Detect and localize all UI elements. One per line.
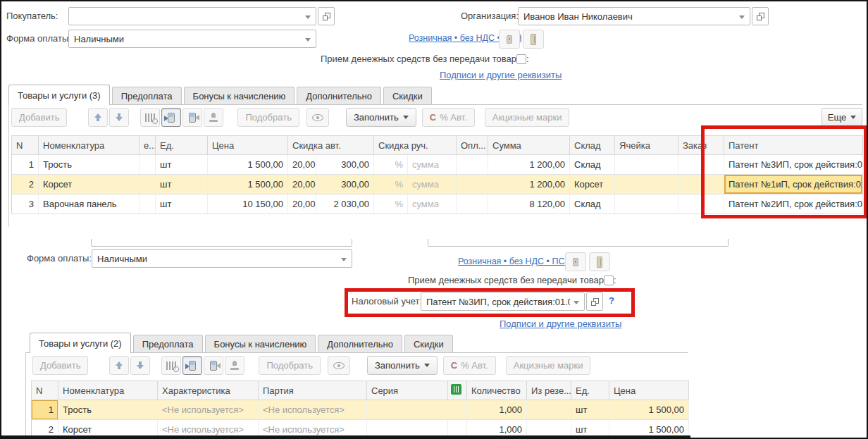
pick-button[interactable]: Подобрать bbox=[259, 356, 320, 375]
cell-discount-percent[interactable]: 20,00 bbox=[288, 155, 316, 175]
cell-manual-sum[interactable]: сумма bbox=[408, 194, 457, 214]
cell-discount-percent[interactable]: 20,00 bbox=[288, 194, 316, 214]
cell-discount-sum[interactable]: 300,00 bbox=[316, 175, 374, 194]
cell-cell[interactable] bbox=[615, 194, 678, 214]
cell-paid[interactable] bbox=[457, 155, 488, 175]
tab-additional[interactable]: Дополнительно bbox=[318, 335, 402, 353]
tab-discounts[interactable]: Скидки bbox=[383, 87, 432, 105]
cell-paid[interactable] bbox=[457, 175, 488, 194]
terminal-load-button[interactable] bbox=[161, 108, 181, 127]
chevron-down-icon[interactable] bbox=[341, 258, 347, 261]
recalc-auto-discount-button[interactable]: C % Авт. bbox=[422, 108, 475, 127]
cell-from-reserve[interactable] bbox=[527, 400, 571, 420]
add-button[interactable]: Добавить bbox=[11, 108, 67, 127]
view-button[interactable] bbox=[306, 108, 329, 127]
stamp-button[interactable] bbox=[204, 108, 223, 127]
cash-book-button[interactable] bbox=[589, 252, 610, 271]
cell-n[interactable]: 3 bbox=[12, 194, 39, 214]
cell-manual-sum[interactable]: сумма bbox=[408, 155, 457, 175]
cell-sum[interactable]: 1 200,00 bbox=[488, 155, 570, 175]
move-up-button[interactable] bbox=[88, 108, 108, 127]
cell-characteristic[interactable]: <Не используется> bbox=[158, 400, 259, 420]
tab-discounts[interactable]: Скидки bbox=[404, 335, 453, 353]
cash-without-goods-checkbox[interactable] bbox=[516, 54, 526, 64]
tax-accounting-field[interactable]: Патент №3ИП, срок действия:01.01.20 bbox=[421, 292, 585, 311]
help-icon[interactable]: ? bbox=[609, 295, 614, 306]
chevron-down-icon[interactable] bbox=[305, 38, 311, 42]
cell-batch[interactable]: <Не используется> bbox=[259, 400, 367, 420]
cell-truncated[interactable] bbox=[140, 175, 156, 194]
payment-card-button[interactable] bbox=[499, 30, 520, 49]
move-down-button[interactable] bbox=[130, 356, 150, 375]
cell-warehouse[interactable]: Склад bbox=[570, 155, 615, 175]
fill-button[interactable]: Заполнить bbox=[346, 108, 416, 127]
cell-n-current[interactable]: 1 bbox=[32, 400, 58, 420]
signatures-link[interactable]: Подписи и другие реквизиты bbox=[500, 319, 621, 329]
buyer-field[interactable] bbox=[68, 7, 316, 25]
tab-bonuses[interactable]: Бонусы к начислению bbox=[205, 335, 316, 353]
cell-order[interactable] bbox=[678, 155, 724, 175]
excise-marks-button[interactable]: Акцизные марки bbox=[506, 356, 591, 375]
more-button[interactable]: Еще bbox=[822, 108, 862, 127]
move-down-button[interactable] bbox=[109, 108, 129, 127]
cell-order[interactable] bbox=[678, 194, 724, 214]
organization-open-button[interactable] bbox=[752, 7, 769, 25]
tab-goods-services[interactable]: Товары и услуги (2) bbox=[30, 333, 131, 353]
tax-accounting-open-button[interactable] bbox=[586, 292, 603, 311]
cell-n[interactable]: 2 bbox=[12, 175, 39, 194]
cell-unit[interactable]: шт bbox=[156, 175, 208, 194]
cell-nomenclature[interactable]: Трость bbox=[39, 155, 140, 175]
cell-paid[interactable] bbox=[457, 194, 488, 214]
cell-truncated[interactable] bbox=[140, 194, 156, 214]
buyer-open-button[interactable] bbox=[318, 7, 335, 25]
chevron-down-icon[interactable] bbox=[305, 16, 311, 19]
cell-price[interactable]: 1 500,00 bbox=[609, 400, 689, 420]
stamp-button[interactable] bbox=[225, 356, 244, 375]
cell-patent-current[interactable]: Патент №1иП, срок действия:01.... bbox=[724, 175, 863, 194]
cell-sum[interactable]: 1 200,00 bbox=[488, 175, 570, 194]
cell-cell[interactable] bbox=[615, 175, 678, 194]
cell-n[interactable]: 1 bbox=[12, 155, 39, 175]
cell-unit[interactable]: шт bbox=[571, 400, 609, 420]
cash-without-goods-checkbox[interactable] bbox=[604, 276, 614, 285]
cell-unit[interactable]: шт bbox=[156, 155, 208, 175]
cell-manual-percent[interactable]: % bbox=[374, 175, 408, 194]
cell-marking[interactable] bbox=[448, 400, 467, 420]
cell-patent[interactable]: Патент №2ИП, срок действия:01... bbox=[724, 194, 863, 214]
taxation-link[interactable]: Розничная • без НДС • ПСН bbox=[458, 256, 571, 266]
excise-marks-button[interactable]: Акцизные марки bbox=[485, 108, 570, 127]
cell-warehouse[interactable]: Склад bbox=[570, 194, 615, 214]
cell-quantity[interactable]: 1,000 bbox=[467, 400, 527, 420]
chevron-down-icon[interactable] bbox=[574, 301, 579, 304]
cash-book-button[interactable] bbox=[523, 30, 544, 49]
view-button[interactable] bbox=[328, 356, 350, 375]
barcode-scan-button[interactable] bbox=[140, 108, 160, 127]
cell-manual-percent[interactable]: % bbox=[374, 155, 408, 175]
fill-button[interactable]: Заполнить bbox=[367, 356, 438, 375]
cell-discount-percent[interactable]: 20,00 bbox=[288, 175, 316, 194]
barcode-scan-button[interactable] bbox=[161, 356, 181, 375]
cell-warehouse[interactable]: Корсет bbox=[570, 175, 615, 194]
cell-cell[interactable] bbox=[615, 155, 678, 175]
cell-manual-sum[interactable]: сумма bbox=[408, 175, 457, 194]
signatures-link[interactable]: Подписи и другие реквизиты bbox=[440, 70, 562, 80]
cell-price[interactable]: 1 500,00 bbox=[208, 155, 288, 175]
cell-nomenclature[interactable]: Корсет bbox=[39, 175, 140, 194]
cell-unit[interactable]: шт bbox=[156, 194, 208, 214]
cell-price[interactable]: 10 150,00 bbox=[208, 194, 288, 214]
cell-nomenclature[interactable]: Трость bbox=[58, 400, 158, 420]
cell-discount-sum[interactable]: 300,00 bbox=[316, 155, 374, 175]
move-up-button[interactable] bbox=[109, 356, 129, 375]
terminal-load-button[interactable] bbox=[182, 356, 202, 375]
tab-bonuses[interactable]: Бонусы к начислению bbox=[184, 87, 295, 105]
cell-series[interactable] bbox=[367, 400, 448, 420]
cell-sum[interactable]: 8 120,00 bbox=[488, 194, 570, 214]
payment-form-field[interactable]: Наличными bbox=[92, 249, 352, 268]
recalc-auto-discount-button[interactable]: C % Авт. bbox=[443, 356, 496, 375]
organization-field[interactable]: Иванов Иван Николаевич bbox=[518, 7, 750, 25]
pick-button[interactable]: Подобрать bbox=[237, 108, 299, 127]
cell-nomenclature[interactable]: Варочная панель bbox=[39, 194, 140, 214]
cell-patent[interactable]: Патент №3ИП, срок действия:01... bbox=[724, 155, 863, 175]
cell-truncated[interactable] bbox=[140, 155, 156, 175]
terminal-unload-button[interactable] bbox=[182, 108, 202, 127]
